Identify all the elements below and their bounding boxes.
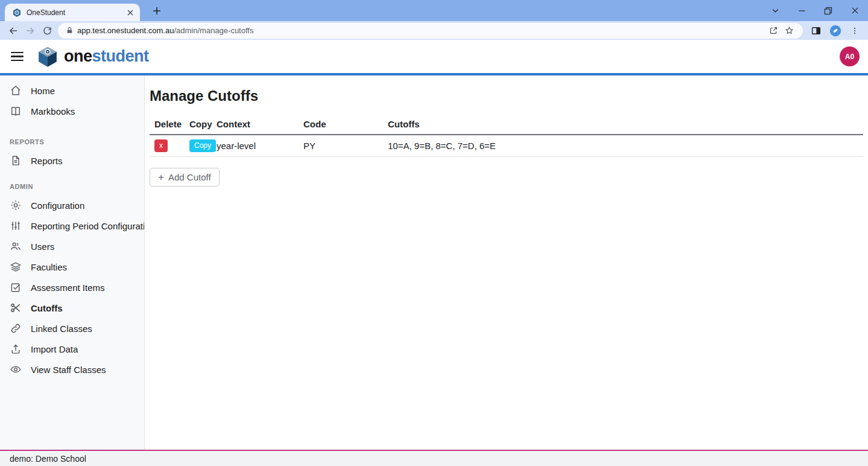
app-header: onestudent A0 <box>0 40 868 73</box>
tab-search-chevron-icon[interactable] <box>762 0 788 21</box>
footer-school-label: demo: Demo School <box>10 454 86 464</box>
home-icon <box>10 85 22 97</box>
document-icon <box>10 155 22 167</box>
sidebar-item-assessment-items[interactable]: Assessment Items <box>0 277 144 298</box>
sidebar-item-faculties[interactable]: Faculties <box>0 257 144 277</box>
user-avatar[interactable]: A0 <box>840 46 860 66</box>
url-text[interactable]: app.test.onestudent.com.au/admin/manage-… <box>77 26 765 35</box>
window-controls <box>762 0 868 21</box>
sidebar-item-view-staff-classes[interactable]: View Staff Classes <box>0 359 144 380</box>
sidebar-item-users[interactable]: Users <box>0 236 144 257</box>
cell-context: year-level <box>212 135 299 157</box>
column-header-context: Context <box>212 114 299 135</box>
sidebar-item-reports[interactable]: Reports <box>0 150 144 171</box>
table-header-row: Delete Copy Context Code Cutoffs <box>150 114 863 135</box>
logo-wordmark: onestudent <box>64 47 149 66</box>
browser-tabstrip: OneStudent <box>0 0 868 21</box>
logo-cube-icon <box>35 44 60 69</box>
new-tab-button[interactable] <box>148 2 165 19</box>
back-button[interactable] <box>5 22 22 39</box>
check-square-icon <box>10 281 22 293</box>
sidebar-section-reports: REPORTS <box>0 138 144 145</box>
plus-icon: + <box>158 173 164 182</box>
sidebar-item-configuration[interactable]: Configuration <box>0 195 144 215</box>
column-header-cutoffs: Cutoffs <box>383 114 863 135</box>
sidebar: Home Markbooks REPORTS Reports ADMIN Con… <box>0 75 145 450</box>
sidebar-item-markbooks[interactable]: Markbooks <box>0 101 144 121</box>
gear-icon <box>10 199 22 211</box>
sidebar-item-import-data[interactable]: Import Data <box>0 339 144 359</box>
onestudent-logo: onestudent <box>35 44 149 69</box>
window-restore-button[interactable] <box>815 0 841 21</box>
side-panel-icon[interactable] <box>808 22 825 39</box>
main-content: Manage Cutoffs Delete Copy Context Code … <box>145 75 868 450</box>
app-footer: demo: Demo School <box>0 450 868 466</box>
favicon-onestudent-icon <box>12 8 22 18</box>
url-path: /admin/manage-cutoffs <box>174 26 253 35</box>
delete-button[interactable]: x <box>154 139 168 152</box>
column-header-copy: Copy <box>185 114 212 135</box>
window-close-button[interactable] <box>841 0 868 21</box>
hamburger-menu-icon[interactable] <box>8 46 29 67</box>
cutoffs-table: Delete Copy Context Code Cutoffs x Copy … <box>150 114 863 157</box>
eye-icon <box>10 363 22 375</box>
book-icon <box>10 105 22 117</box>
add-cutoff-button[interactable]: + Add Cutoff <box>150 168 220 187</box>
extension-icon[interactable] <box>827 22 844 39</box>
sidebar-section-admin: ADMIN <box>0 183 144 190</box>
bookmark-star-icon[interactable] <box>781 23 797 39</box>
browser-window: OneStudent <box>0 0 868 466</box>
browser-tab-onestudent[interactable]: OneStudent <box>5 4 140 21</box>
sidebar-item-reporting-period-configuration[interactable]: Reporting Period Configuration <box>0 215 144 236</box>
users-icon <box>10 240 22 252</box>
reload-button[interactable] <box>39 22 55 39</box>
sidebar-item-home[interactable]: Home <box>0 80 144 101</box>
cell-code: PY <box>299 135 383 157</box>
window-minimize-button[interactable] <box>788 0 815 21</box>
lock-icon[interactable] <box>62 23 77 39</box>
url-domain: app.test.onestudent.com.au <box>77 26 174 35</box>
browser-toolbar: app.test.onestudent.com.au/admin/manage-… <box>0 21 868 40</box>
cell-cutoffs: 10=A, 9=B, 8=C, 7=D, 6=E <box>383 135 863 157</box>
add-cutoff-label: Add Cutoff <box>168 172 211 182</box>
layers-icon <box>10 261 22 273</box>
tab-close-icon[interactable] <box>125 8 135 18</box>
column-header-code: Code <box>299 114 383 135</box>
browser-menu-dots-icon[interactable] <box>846 22 863 39</box>
toolbar-right-group <box>805 22 863 39</box>
tab-title: OneStudent <box>27 8 121 17</box>
sliders-icon <box>10 220 22 232</box>
forward-button[interactable] <box>22 22 39 39</box>
sidebar-item-cutoffs[interactable]: Cutoffs <box>0 298 144 318</box>
address-bar[interactable]: app.test.onestudent.com.au/admin/manage-… <box>58 23 803 39</box>
share-icon[interactable] <box>765 23 781 39</box>
link-icon <box>10 322 22 334</box>
scissors-icon <box>10 302 22 314</box>
page-title: Manage Cutoffs <box>150 88 863 104</box>
table-row: x Copy year-level PY 10=A, 9=B, 8=C, 7=D… <box>150 135 863 157</box>
copy-button[interactable]: Copy <box>189 139 216 152</box>
column-header-delete: Delete <box>150 114 185 135</box>
upload-icon <box>10 343 22 355</box>
sidebar-item-linked-classes[interactable]: Linked Classes <box>0 318 144 339</box>
